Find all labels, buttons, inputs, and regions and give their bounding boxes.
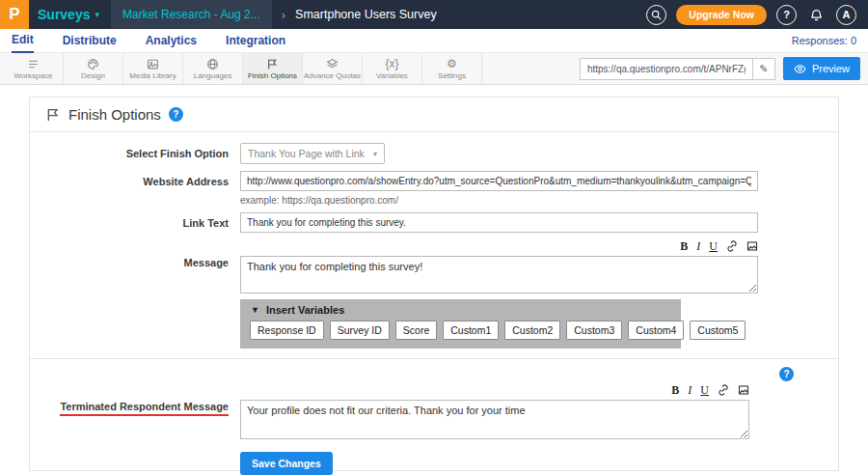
underline-button[interactable]: U	[700, 384, 709, 396]
link-text-input[interactable]	[240, 212, 758, 233]
avatar[interactable]: A	[836, 5, 856, 25]
variable-score-button[interactable]: Score	[395, 321, 437, 340]
insert-variables-toggle[interactable]: ▼ Insert Variables	[240, 299, 681, 320]
variables-icon: {x}	[385, 58, 398, 70]
survey-url-input[interactable]	[581, 64, 752, 74]
survey-url-box: ✎	[580, 58, 775, 80]
caret-down-icon: ▼	[251, 305, 259, 315]
link-button[interactable]	[726, 240, 738, 252]
variable-custom3-button[interactable]: Custom3	[566, 321, 622, 340]
page-title: Finish Options	[68, 106, 161, 123]
terminated-row: Terminated Respondent Message B I U Your…	[30, 383, 838, 443]
italic-button[interactable]: I	[688, 384, 692, 396]
website-address-label: Website Address	[30, 171, 240, 206]
finish-option-row: Select Finish Option Thank You Page with…	[30, 143, 838, 164]
edit-url-button[interactable]: ✎	[752, 59, 774, 79]
finish-options-panel: Finish Options ? Select Finish Option Th…	[29, 97, 839, 471]
website-address-example: example: https://qa.questionpro.com/	[240, 195, 758, 206]
toolbar-item-label: Finish Options	[248, 71, 297, 80]
toolbar-item-settings[interactable]: ⚙ Settings	[422, 53, 482, 84]
link-button[interactable]	[718, 384, 729, 396]
toolbar-item-languages[interactable]: Languages	[183, 53, 243, 84]
breadcrumb-current: Smartphone Users Survey	[295, 8, 437, 21]
terminated-editor: B I U Your profile does not fit our crit…	[240, 383, 749, 443]
finish-option-selected-value: Thank You Page with Link	[248, 148, 365, 159]
image-button[interactable]	[738, 384, 749, 396]
insert-variables-buttons: Response ID Survey ID Score Custom1 Cust…	[240, 320, 681, 349]
product-switcher[interactable]: Surveys	[38, 7, 90, 22]
pencil-icon: ✎	[759, 63, 768, 75]
search-icon	[651, 10, 662, 20]
preview-button[interactable]: Preview	[783, 57, 860, 80]
upgrade-now-button[interactable]: Upgrade Now	[676, 5, 767, 25]
notifications-button[interactable]	[806, 5, 827, 25]
bell-icon	[809, 8, 824, 22]
search-button[interactable]	[646, 5, 666, 25]
preview-label: Preview	[812, 63, 850, 74]
toolbar-item-label: Advance Quotas	[304, 71, 361, 80]
spacer	[30, 452, 240, 475]
save-row: Save Changes	[30, 452, 838, 475]
variable-custom1-button[interactable]: Custom1	[443, 321, 499, 340]
workspace-icon	[27, 58, 40, 70]
tab-edit[interactable]: Edit	[12, 29, 34, 53]
media-library-icon	[147, 58, 159, 70]
variable-custom5-button[interactable]: Custom5	[690, 321, 746, 340]
message-editor: B I U Thank you for completing this surv…	[240, 239, 758, 349]
toolbar-item-label: Media Library	[129, 71, 176, 80]
insert-variables-panel: ▼ Insert Variables Response ID Survey ID…	[240, 299, 681, 349]
toolbar-item-variables[interactable]: {x} Variables	[363, 53, 422, 84]
breadcrumb-chevron-icon: ›	[282, 8, 285, 22]
toolbar-item-advance-quotas[interactable]: Advance Quotas	[303, 53, 363, 84]
top-bar: P Surveys ▾ Market Research - Aug 2... ›…	[0, 0, 868, 29]
image-button[interactable]	[746, 240, 758, 252]
finish-flag-icon	[45, 107, 61, 123]
finish-option-select[interactable]: Thank You Page with Link ▾	[240, 143, 385, 164]
variable-custom4-button[interactable]: Custom4	[628, 321, 684, 340]
tab-analytics[interactable]: Analytics	[146, 29, 197, 53]
link-text-label: Link Text	[30, 212, 240, 233]
variable-response-id-button[interactable]: Response ID	[250, 321, 324, 340]
message-textarea[interactable]: Thank you for completing this survey!	[240, 256, 758, 293]
finish-options-help-button[interactable]: ?	[169, 107, 183, 122]
toolbar-item-design[interactable]: Design	[64, 53, 123, 84]
languages-globe-icon	[206, 58, 219, 70]
responses-count[interactable]: Responses: 0	[792, 35, 856, 46]
terminated-help-button[interactable]: ?	[779, 367, 794, 381]
terminated-textarea[interactable]: Your profile does not fit our criteria. …	[240, 400, 749, 439]
panel-header: Finish Options ?	[30, 98, 838, 131]
italic-button[interactable]: I	[696, 240, 700, 252]
variable-survey-id-button[interactable]: Survey ID	[330, 321, 390, 340]
breadcrumb-parent-label: Market Research - Aug 2...	[122, 8, 260, 21]
finish-option-label: Select Finish Option	[30, 143, 240, 164]
tab-integration[interactable]: Integration	[226, 29, 285, 53]
message-editor-toolbar: B I U	[240, 239, 758, 253]
questionpro-logo[interactable]: P	[0, 0, 29, 29]
bold-button[interactable]: B	[680, 240, 688, 252]
help-button[interactable]: ?	[776, 5, 797, 25]
eye-icon	[794, 63, 806, 75]
toolbar-item-finish-options[interactable]: Finish Options	[243, 53, 303, 84]
survey-nav: Edit Distribute Analytics Integration Re…	[0, 29, 868, 53]
toolbar-item-workspace[interactable]: Workspace	[4, 53, 64, 84]
toolbar-item-label: Workspace	[14, 71, 53, 80]
edit-toolbar: Workspace Design Media Library Languages…	[0, 53, 868, 85]
terminated-help-row: ?	[30, 359, 838, 381]
website-address-input[interactable]	[240, 171, 758, 191]
quotas-layers-icon	[326, 58, 339, 70]
topbar-actions: Upgrade Now ? A	[646, 5, 868, 25]
website-address-row: Website Address example: https://qa.ques…	[30, 171, 838, 206]
toolbar-item-label: Variables	[376, 71, 408, 80]
toolbar-item-media-library[interactable]: Media Library	[123, 53, 183, 84]
product-caret-icon[interactable]: ▾	[95, 10, 99, 19]
save-changes-button[interactable]: Save Changes	[240, 452, 333, 475]
terminated-editor-toolbar: B I U	[240, 383, 749, 397]
link-text-row: Link Text	[30, 212, 838, 233]
underline-button[interactable]: U	[709, 240, 718, 252]
tab-distribute[interactable]: Distribute	[63, 29, 117, 53]
bold-button[interactable]: B	[671, 384, 679, 396]
breadcrumb-parent[interactable]: Market Research - Aug 2...	[111, 0, 272, 29]
message-row: Message B I U Thank you for completing t…	[30, 239, 838, 349]
variable-custom2-button[interactable]: Custom2	[504, 321, 560, 340]
finish-options-form: Select Finish Option Thank You Page with…	[30, 132, 838, 475]
